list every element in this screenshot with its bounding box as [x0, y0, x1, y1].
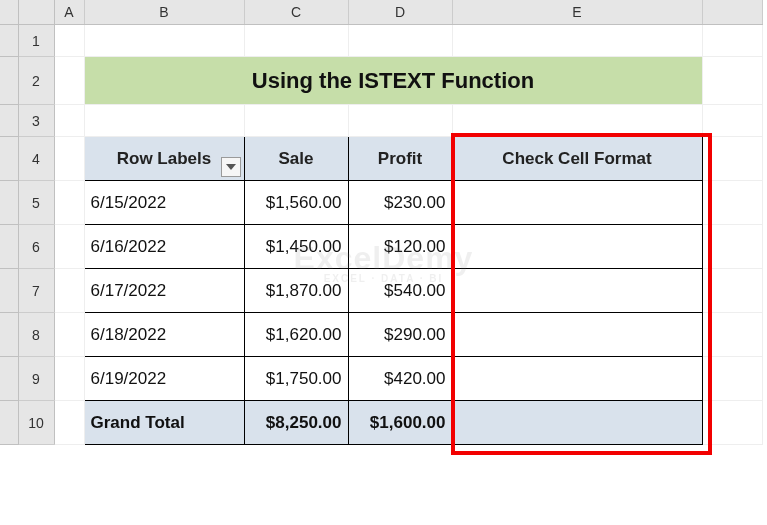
table-row[interactable]: $1,560.00: [244, 181, 348, 225]
cell[interactable]: [702, 137, 762, 181]
cell[interactable]: [84, 25, 244, 57]
cell[interactable]: [54, 225, 84, 269]
cell[interactable]: [702, 25, 762, 57]
cell[interactable]: [54, 105, 84, 137]
table-row[interactable]: $1,870.00: [244, 269, 348, 313]
table-row[interactable]: 6/15/2022: [84, 181, 244, 225]
cell[interactable]: [702, 181, 762, 225]
table-row[interactable]: [452, 181, 702, 225]
table-row[interactable]: [452, 357, 702, 401]
cell[interactable]: [702, 105, 762, 137]
gutter: [0, 181, 18, 225]
header-check[interactable]: Check Cell Format: [452, 137, 702, 181]
cell[interactable]: [54, 269, 84, 313]
col-header-A[interactable]: A: [54, 0, 84, 25]
table-row[interactable]: $1,620.00: [244, 313, 348, 357]
gutter: [0, 57, 18, 105]
gutter: [0, 269, 18, 313]
row-header-7[interactable]: 7: [18, 269, 54, 313]
col-header-B[interactable]: B: [84, 0, 244, 25]
table-row[interactable]: 6/19/2022: [84, 357, 244, 401]
table-row[interactable]: $1,450.00: [244, 225, 348, 269]
corner-cell[interactable]: [18, 0, 54, 25]
table-row[interactable]: $540.00: [348, 269, 452, 313]
cell[interactable]: [348, 105, 452, 137]
cell[interactable]: [702, 357, 762, 401]
cell[interactable]: [244, 25, 348, 57]
col-header-blank[interactable]: [702, 0, 762, 25]
gutter: [0, 25, 18, 57]
cell[interactable]: [54, 137, 84, 181]
table-row[interactable]: [452, 313, 702, 357]
cell[interactable]: [54, 313, 84, 357]
col-header-C[interactable]: C: [244, 0, 348, 25]
cell[interactable]: [84, 105, 244, 137]
cell[interactable]: [452, 25, 702, 57]
table-row[interactable]: $420.00: [348, 357, 452, 401]
table-row[interactable]: 6/16/2022: [84, 225, 244, 269]
corner-cell[interactable]: [0, 0, 18, 25]
cell[interactable]: [702, 57, 762, 105]
row-header-3[interactable]: 3: [18, 105, 54, 137]
cell[interactable]: [54, 401, 84, 445]
header-profit[interactable]: Profit: [348, 137, 452, 181]
cell[interactable]: [244, 105, 348, 137]
cell[interactable]: [452, 105, 702, 137]
table-row[interactable]: [452, 225, 702, 269]
cell[interactable]: [702, 269, 762, 313]
svg-marker-0: [226, 164, 236, 170]
cell[interactable]: [54, 57, 84, 105]
gutter: [0, 313, 18, 357]
title-cell[interactable]: Using the ISTEXT Function: [84, 57, 702, 105]
gutter: [0, 137, 18, 181]
grand-total-label[interactable]: Grand Total: [84, 401, 244, 445]
cell[interactable]: [54, 357, 84, 401]
col-header-D[interactable]: D: [348, 0, 452, 25]
row-header-9[interactable]: 9: [18, 357, 54, 401]
grid: A B C D E 1 2 Using the ISTEXT Function: [0, 0, 763, 445]
grand-total-check[interactable]: [452, 401, 702, 445]
table-row[interactable]: 6/18/2022: [84, 313, 244, 357]
cell[interactable]: [54, 25, 84, 57]
grand-total-profit[interactable]: $1,600.00: [348, 401, 452, 445]
table-row[interactable]: $290.00: [348, 313, 452, 357]
table-row[interactable]: $1,750.00: [244, 357, 348, 401]
table-row[interactable]: $230.00: [348, 181, 452, 225]
gutter: [0, 357, 18, 401]
col-header-E[interactable]: E: [452, 0, 702, 25]
gutter: [0, 105, 18, 137]
filter-dropdown-icon[interactable]: [221, 157, 241, 177]
grand-total-sale[interactable]: $8,250.00: [244, 401, 348, 445]
cell[interactable]: [702, 225, 762, 269]
cell[interactable]: [348, 25, 452, 57]
header-row-labels[interactable]: Row Labels: [84, 137, 244, 181]
cell[interactable]: [702, 313, 762, 357]
row-header-10[interactable]: 10: [18, 401, 54, 445]
cell[interactable]: [702, 401, 762, 445]
spreadsheet-view: A B C D E 1 2 Using the ISTEXT Function: [0, 0, 767, 525]
row-header-1[interactable]: 1: [18, 25, 54, 57]
gutter: [0, 401, 18, 445]
cell[interactable]: [54, 181, 84, 225]
header-label: Row Labels: [117, 149, 211, 168]
row-header-2[interactable]: 2: [18, 57, 54, 105]
row-header-6[interactable]: 6: [18, 225, 54, 269]
row-header-8[interactable]: 8: [18, 313, 54, 357]
row-header-5[interactable]: 5: [18, 181, 54, 225]
table-row[interactable]: [452, 269, 702, 313]
gutter: [0, 225, 18, 269]
table-row[interactable]: $120.00: [348, 225, 452, 269]
row-header-4[interactable]: 4: [18, 137, 54, 181]
header-sale[interactable]: Sale: [244, 137, 348, 181]
table-row[interactable]: 6/17/2022: [84, 269, 244, 313]
